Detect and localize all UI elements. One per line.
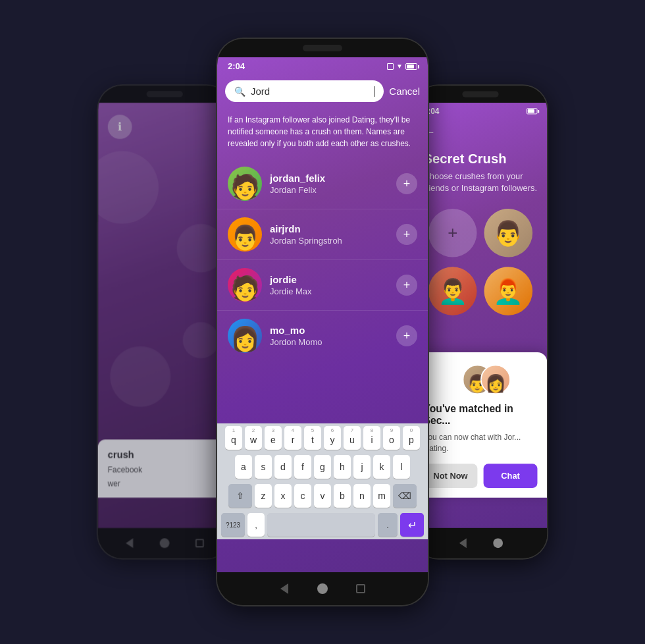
key-w[interactable]: 2w xyxy=(245,426,262,450)
key-g[interactable]: g xyxy=(314,455,331,479)
user-name-0: Jordan Felix xyxy=(270,185,388,195)
add-button-2[interactable]: + xyxy=(396,275,417,296)
not-now-button[interactable]: Not Now xyxy=(424,464,478,488)
key-d[interactable]: d xyxy=(274,455,292,479)
key-n[interactable]: n xyxy=(353,484,371,508)
avatar-face-2: 🧑 xyxy=(228,268,262,302)
right-status-icons xyxy=(527,108,538,114)
right-phone: 2:04 ← Secret Crush Choose crushes from … xyxy=(414,86,547,558)
user-handle-2: jordie xyxy=(270,274,388,285)
key-k[interactable]: k xyxy=(373,455,390,479)
key-enter[interactable]: ↵ xyxy=(400,513,424,537)
nav-home-center[interactable] xyxy=(317,583,328,595)
crush-grid-row-2: 👨‍🦱 👨‍🦰 xyxy=(414,262,547,320)
left-card-title: crush xyxy=(108,449,222,460)
info-text: If an Instagram follower also joined Dat… xyxy=(217,107,428,159)
match-dialog: 👨 👩 You've matched in Sec... You can now… xyxy=(414,352,547,498)
user-info-2: jordie Jordie Max xyxy=(270,274,388,296)
nav-back-left[interactable] xyxy=(124,538,135,549)
signal-sq-icon xyxy=(387,63,394,70)
key-e[interactable]: 3e xyxy=(265,426,282,450)
crush-add-slot[interactable]: + xyxy=(428,209,477,257)
left-phone: ℹ crush Facebook wer xyxy=(98,86,231,558)
left-phone-bottom xyxy=(98,528,231,558)
key-symbols[interactable]: ?123 xyxy=(221,513,245,537)
key-a[interactable]: a xyxy=(235,455,252,479)
key-space[interactable] xyxy=(267,513,375,537)
key-f[interactable]: f xyxy=(294,455,311,479)
text-cursor xyxy=(374,86,374,97)
key-t[interactable]: 5t xyxy=(304,426,321,450)
user-item-0[interactable]: 🧑 jordan_felix Jordan Felix + xyxy=(217,159,428,209)
key-shift[interactable]: ⇧ xyxy=(228,484,252,508)
user-info-3: mo_mo Jordon Momo xyxy=(270,325,388,347)
key-comma[interactable]: , xyxy=(247,513,265,537)
key-m[interactable]: m xyxy=(373,484,390,508)
key-i[interactable]: 8i xyxy=(363,426,380,450)
notch-bar-center xyxy=(303,45,342,51)
user-name-2: Jordie Max xyxy=(270,286,388,296)
right-status-bar: 2:04 xyxy=(414,103,547,119)
nav-circle-icon-r xyxy=(493,538,503,548)
nav-home-right[interactable] xyxy=(492,538,503,549)
user-name-3: Jordon Momo xyxy=(270,337,388,347)
key-x[interactable]: x xyxy=(274,484,292,508)
left-bottom-card: crush Facebook wer xyxy=(98,439,231,497)
nav-back-center[interactable] xyxy=(278,583,290,595)
center-phone-bottom xyxy=(217,572,428,605)
add-button-3[interactable]: + xyxy=(396,325,417,346)
nav-recents-center[interactable] xyxy=(355,583,367,595)
dialog-avatars: 👨 👩 xyxy=(424,364,538,394)
user-info-0: jordan_felix Jordan Felix xyxy=(270,173,388,195)
key-j[interactable]: j xyxy=(353,455,371,479)
key-c[interactable]: c xyxy=(294,484,311,508)
nav-recents-left[interactable] xyxy=(194,538,205,549)
key-p[interactable]: 0p xyxy=(403,426,420,450)
key-r[interactable]: 4r xyxy=(284,426,301,450)
avatar-face-3: 👩 xyxy=(228,319,262,353)
right-phone-notch xyxy=(414,86,547,103)
key-v[interactable]: v xyxy=(314,484,331,508)
bg-circle-3 xyxy=(110,346,170,407)
left-phone-notch xyxy=(98,86,231,103)
key-period[interactable]: . xyxy=(378,513,398,537)
nav-home-left[interactable] xyxy=(159,538,170,549)
user-item-3[interactable]: 👩 mo_mo Jordon Momo + xyxy=(217,311,428,361)
key-o[interactable]: 9o xyxy=(383,426,400,450)
search-icon: 🔍 xyxy=(234,86,245,97)
chat-button[interactable]: Chat xyxy=(484,464,538,488)
key-q[interactable]: 1q xyxy=(225,426,242,450)
nav-back-right[interactable] xyxy=(457,538,469,549)
right-header: ← xyxy=(414,119,547,146)
nav-triangle-icon-r xyxy=(459,538,467,548)
dialog-buttons: Not Now Chat xyxy=(424,464,538,488)
center-time: 2:04 xyxy=(228,61,245,71)
battery-icon xyxy=(405,63,417,70)
user-handle-1: airjrdn xyxy=(270,223,388,234)
user-item-2[interactable]: 🧑 jordie Jordie Max + xyxy=(217,260,428,311)
search-bar-container: 🔍 Jord Cancel xyxy=(217,75,428,107)
user-item-1[interactable]: 👨 airjrdn Jordan Springstroh + xyxy=(217,209,428,260)
key-b[interactable]: b xyxy=(334,484,351,508)
key-l[interactable]: l xyxy=(393,455,410,479)
dialog-title: You've matched in Sec... xyxy=(424,403,538,427)
key-y[interactable]: 6y xyxy=(324,426,341,450)
search-input-wrapper[interactable]: 🔍 Jord xyxy=(225,80,384,102)
key-h[interactable]: h xyxy=(334,455,351,479)
add-button-0[interactable]: + xyxy=(396,173,417,194)
right-phone-screen: 2:04 ← Secret Crush Choose crushes from … xyxy=(414,103,547,528)
add-crush-icon: + xyxy=(448,223,457,242)
key-backspace[interactable]: ⌫ xyxy=(393,484,417,508)
search-value[interactable]: Jord xyxy=(251,86,368,97)
avatar-face-0: 🧑 xyxy=(228,167,262,201)
wifi-icon: ▼ xyxy=(396,63,403,70)
nav-circle-icon xyxy=(160,538,170,548)
key-s[interactable]: s xyxy=(255,455,272,479)
add-button-1[interactable]: + xyxy=(396,224,417,245)
user-handle-3: mo_mo xyxy=(270,325,388,336)
left-phone-screen: ℹ crush Facebook wer xyxy=(98,103,231,528)
user-avatar-2: 🧑 xyxy=(228,268,262,302)
cancel-button[interactable]: Cancel xyxy=(389,86,420,97)
key-u[interactable]: 7u xyxy=(344,426,361,450)
key-z[interactable]: z xyxy=(255,484,272,508)
